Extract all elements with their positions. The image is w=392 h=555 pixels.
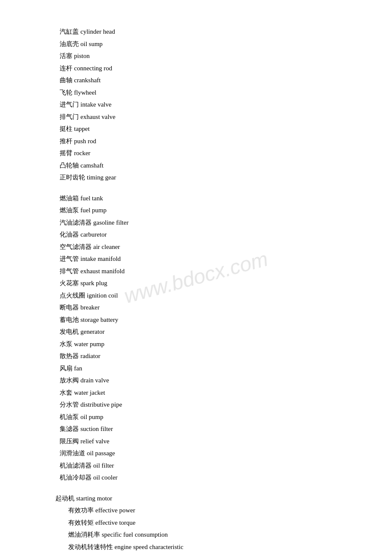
list-item: 燃油箱 fuel tank bbox=[55, 192, 392, 205]
list-item: 风扇 fan bbox=[55, 362, 392, 375]
list-item: 排气门 exhaust valve bbox=[55, 111, 392, 123]
list-item: 空气滤清器 air cleaner bbox=[55, 241, 392, 253]
list-item: 集滤器 suction filter bbox=[55, 423, 392, 435]
list-item: 排气管 exhaust manifold bbox=[55, 265, 392, 278]
list-item: 断电器 breaker bbox=[55, 301, 392, 314]
section-engine-parts: 汽缸盖 cylinder head 油底壳 oil sump 活塞 piston… bbox=[55, 26, 392, 184]
list-item: 进气门 intake valve bbox=[55, 98, 392, 111]
list-item: 散热器 radiator bbox=[55, 350, 392, 362]
list-item: 机油滤清器 oil filter bbox=[55, 460, 392, 472]
list-item: 有效转矩 effective torque bbox=[55, 517, 392, 529]
list-item: 摇臂 rocker bbox=[55, 147, 392, 159]
list-item: 限压阀 relief valve bbox=[55, 435, 392, 448]
list-item: 汽油滤清器 gasoline filter bbox=[55, 217, 392, 229]
list-item: 机油泵 oil pump bbox=[55, 411, 392, 423]
list-item: 火花塞 spark plug bbox=[55, 277, 392, 289]
list-item: 机油冷却器 oil cooler bbox=[55, 471, 392, 484]
list-item: 点火线圈 ignition coil bbox=[55, 289, 392, 302]
list-item: 进气管 intake manifold bbox=[55, 253, 392, 265]
list-item: 凸轮轴 camshaft bbox=[55, 159, 392, 172]
list-item: 燃油消耗率 specific fuel consumption bbox=[55, 529, 392, 541]
section-fuel-cooling: 燃油箱 fuel tank 燃油泵 fuel pump 汽油滤清器 gasoli… bbox=[55, 192, 392, 484]
list-item: 飞轮 flywheel bbox=[55, 87, 392, 99]
list-item: 推杆 push rod bbox=[55, 135, 392, 147]
list-item: 活塞 piston bbox=[55, 50, 392, 62]
list-item: 连杆 connecting rod bbox=[55, 62, 392, 75]
list-item: 分水管 distributive pipe bbox=[55, 399, 392, 411]
list-item: 挺柱 tappet bbox=[55, 123, 392, 135]
list-item: 放水阀 drain valve bbox=[55, 374, 392, 387]
list-item: 化油器 carburetor bbox=[55, 228, 392, 241]
section-starting: 起动机 starting motor 有效功率 effective power … bbox=[55, 492, 392, 555]
main-content: 汽缸盖 cylinder head 油底壳 oil sump 活塞 piston… bbox=[0, 0, 392, 555]
list-item: 燃油泵 fuel pump bbox=[55, 204, 392, 217]
list-item: 有效功率 effective power bbox=[55, 504, 392, 517]
list-item: 油底壳 oil sump bbox=[55, 38, 392, 50]
list-item: 汽缸盖 cylinder head bbox=[55, 26, 392, 38]
list-item: 水套 water jacket bbox=[55, 387, 392, 399]
list-item: 发电机 generator bbox=[55, 326, 392, 338]
list-item: 润滑油道 oil passage bbox=[55, 447, 392, 460]
list-item-top: 起动机 starting motor bbox=[55, 492, 392, 505]
list-item: 蓄电池 storage battery bbox=[55, 314, 392, 326]
list-item: 曲轴 crankshaft bbox=[55, 74, 392, 87]
list-item: 发动机转速特性 engine speed characteristic bbox=[55, 541, 392, 553]
list-item: 正时齿轮 timing gear bbox=[55, 171, 392, 184]
list-item: 节气门开度 throttle percentage bbox=[55, 553, 392, 555]
list-item: 水泵 water pump bbox=[55, 338, 392, 350]
